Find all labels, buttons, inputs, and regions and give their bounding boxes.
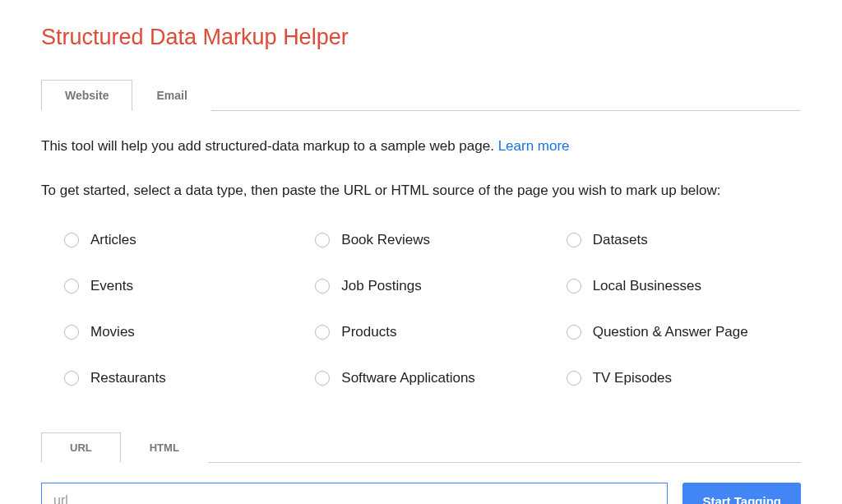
intro-body: This tool will help you add structured-d… (41, 138, 498, 154)
radio-label: TV Episodes (593, 370, 672, 386)
radio-icon (567, 233, 581, 247)
radio-articles[interactable]: Articles (64, 232, 298, 248)
radio-book-reviews[interactable]: Book Reviews (315, 232, 549, 248)
radio-icon (567, 279, 581, 294)
radio-icon (64, 233, 79, 247)
radio-tv-episodes[interactable]: TV Episodes (567, 370, 801, 386)
radio-icon (315, 325, 330, 340)
radio-restaurants[interactable]: Restaurants (64, 370, 298, 386)
radio-label: Products (341, 324, 396, 340)
radio-movies[interactable]: Movies (64, 324, 298, 340)
tab-email[interactable]: Email (132, 80, 210, 111)
radio-label: Job Postings (341, 278, 421, 294)
top-tabs: Website Email (41, 79, 801, 111)
url-input[interactable] (41, 483, 668, 504)
learn-more-link[interactable]: Learn more (498, 138, 570, 154)
radio-label: Movies (90, 324, 135, 340)
instructions-text: To get started, select a data type, then… (41, 180, 801, 201)
radio-label: Local Businesses (593, 278, 701, 294)
radio-icon (64, 371, 79, 386)
input-row: Start Tagging (41, 483, 801, 504)
radio-label: Book Reviews (341, 232, 430, 248)
radio-label: Articles (90, 232, 136, 248)
radio-label: Datasets (593, 232, 648, 248)
page-title: Structured Data Markup Helper (41, 25, 801, 50)
tab-html[interactable]: HTML (121, 432, 208, 463)
radio-label: Events (90, 278, 133, 294)
radio-software-applications[interactable]: Software Applications (315, 370, 549, 386)
radio-label: Software Applications (341, 370, 475, 386)
input-mode-tabs: URL HTML (41, 432, 801, 463)
radio-qa-page[interactable]: Question & Answer Page (567, 324, 801, 340)
data-type-grid: Articles Book Reviews Datasets Events Jo… (41, 232, 801, 386)
tab-website[interactable]: Website (41, 80, 132, 111)
radio-icon (64, 325, 79, 340)
start-tagging-button[interactable]: Start Tagging (682, 483, 801, 504)
radio-products[interactable]: Products (315, 324, 549, 340)
radio-local-businesses[interactable]: Local Businesses (567, 278, 801, 294)
radio-icon (567, 325, 581, 340)
tab-url[interactable]: URL (41, 432, 121, 463)
radio-icon (315, 233, 330, 247)
radio-icon (315, 371, 330, 386)
radio-job-postings[interactable]: Job Postings (315, 278, 549, 294)
radio-icon (567, 371, 581, 386)
intro-text: This tool will help you add structured-d… (41, 136, 801, 157)
radio-icon (64, 279, 79, 294)
radio-datasets[interactable]: Datasets (567, 232, 801, 248)
radio-icon (315, 279, 330, 294)
radio-label: Question & Answer Page (593, 324, 748, 340)
radio-label: Restaurants (90, 370, 166, 386)
radio-events[interactable]: Events (64, 278, 298, 294)
